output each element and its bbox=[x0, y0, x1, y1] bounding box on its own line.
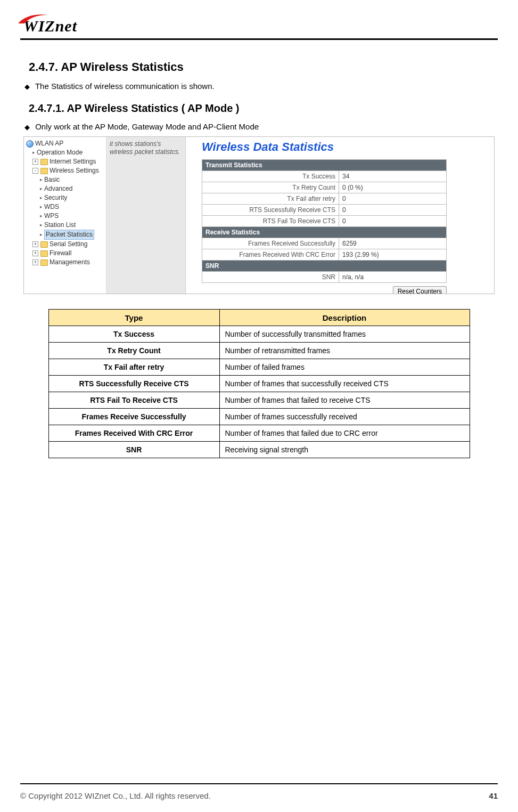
folder-icon bbox=[40, 241, 48, 248]
tree-item-station-list[interactable]: ▸ Station List bbox=[26, 221, 105, 230]
tree-label: Station List bbox=[44, 221, 76, 230]
desc-cell: Number of successfully transmitted frame… bbox=[219, 326, 470, 343]
tree-label: Wireless Settings bbox=[50, 166, 99, 175]
stat-label: RTS Sucessfully Receive CTS bbox=[202, 205, 339, 216]
folder-icon bbox=[40, 168, 48, 174]
collapse-icon[interactable]: - bbox=[32, 168, 38, 174]
copyright-text: © Copyright 2012 WIZnet Co., Ltd. All ri… bbox=[20, 791, 211, 800]
hint-panel: it shows stations's wireless packet stat… bbox=[106, 137, 186, 294]
table-row: RTS Successfully Receive CTS Number of f… bbox=[48, 376, 470, 392]
arrow-icon: ▸ bbox=[40, 202, 43, 212]
tree-item-wps[interactable]: ▸ WPS bbox=[26, 212, 105, 221]
type-cell: Tx Fail after retry bbox=[48, 359, 219, 376]
tree-item-managements[interactable]: + Managements bbox=[26, 258, 105, 267]
table-row: Frames Received Successfully 6259 bbox=[202, 238, 447, 249]
tree-label-selected: Packet Statistics bbox=[44, 230, 94, 240]
document-page: WIZnet 2.4.7. AP Wireless Statistics ◆ T… bbox=[0, 0, 518, 812]
type-cell: Frames Receive Successfully bbox=[48, 409, 219, 425]
stat-value: 34 bbox=[339, 171, 447, 182]
tree-item-firewall[interactable]: + Firewall bbox=[26, 249, 105, 258]
table-row: SNR n/a, n/a bbox=[202, 272, 447, 283]
stat-value: 0 (0 %) bbox=[339, 182, 447, 193]
tree-item-operation-mode[interactable]: ▸ Operation Mode bbox=[26, 148, 105, 157]
expand-icon[interactable]: + bbox=[32, 250, 38, 256]
stats-panel: Wireless Data Statistics Transmit Statis… bbox=[186, 137, 494, 294]
stat-value: 0 bbox=[339, 193, 447, 205]
tree-root[interactable]: WLAN AP bbox=[26, 139, 105, 148]
tree-item-security[interactable]: ▸ Security bbox=[26, 193, 105, 202]
col-description: Description bbox=[219, 310, 470, 326]
stat-value: 193 (2.99 %) bbox=[339, 249, 447, 261]
page-header: WIZnet bbox=[20, 5, 498, 35]
footer-rule bbox=[20, 783, 498, 784]
page-content: 2.4.7. AP Wireless Statistics ◆ The Stat… bbox=[20, 40, 498, 458]
table-row: RTS Sucessfully Receive CTS 0 bbox=[202, 205, 447, 216]
col-type: Type bbox=[48, 310, 219, 326]
stat-label: Tx Fail after retry bbox=[202, 193, 339, 205]
desc-cell: Number of failed frames bbox=[219, 359, 470, 376]
section-intro: ◆ The Statistics of wireless communicati… bbox=[24, 82, 495, 91]
tree-label: Advanced bbox=[44, 184, 72, 193]
stats-section-receive: Receive Statistics bbox=[202, 227, 447, 238]
tree-label: Firewall bbox=[50, 249, 71, 258]
table-header-row: Type Description bbox=[48, 310, 470, 326]
table-row: Tx Fail after retry Number of failed fra… bbox=[48, 359, 470, 376]
subsection-intro: ◆ Only work at the AP Mode, Gateway Mode… bbox=[24, 122, 495, 131]
stat-label: Tx Success bbox=[202, 171, 339, 182]
section-intro-text: The Statistics of wireless communication… bbox=[35, 82, 215, 91]
arrow-icon: ▸ bbox=[40, 212, 43, 221]
tree-item-packet-statistics[interactable]: ▸ Packet Statistics bbox=[26, 230, 105, 240]
desc-cell: Number of retransmitted frames bbox=[219, 343, 470, 359]
arrow-icon: ▸ bbox=[40, 221, 43, 230]
tree-item-serial-setting[interactable]: + Serial Setting bbox=[26, 240, 105, 249]
wiznet-logo: WIZnet bbox=[23, 17, 77, 35]
tree-item-wds[interactable]: ▸ WDS bbox=[26, 202, 105, 212]
stat-label: Frames Received With CRC Error bbox=[202, 249, 339, 261]
desc-cell: Number of frames that failed due to CRC … bbox=[219, 425, 470, 442]
stat-label: Tx Retry Count bbox=[202, 182, 339, 193]
tree-root-label: WLAN AP bbox=[35, 139, 63, 148]
stats-section-snr: SNR bbox=[202, 261, 447, 272]
section-heading: 2.4.7. AP Wireless Statistics bbox=[29, 60, 495, 74]
tree-item-advanced[interactable]: ▸ Advanced bbox=[26, 184, 105, 193]
folder-icon bbox=[40, 250, 48, 257]
stat-label: RTS Fail To Receive CTS bbox=[202, 216, 339, 227]
embedded-screenshot: WLAN AP ▸ Operation Mode + Internet Sett… bbox=[23, 136, 495, 294]
arrow-icon: ▸ bbox=[40, 175, 43, 184]
type-cell: RTS Successfully Receive CTS bbox=[48, 376, 219, 392]
desc-cell: Number of frames successfully received bbox=[219, 409, 470, 425]
expand-icon[interactable]: + bbox=[32, 259, 38, 265]
stat-value: 6259 bbox=[339, 238, 447, 249]
arrow-icon: ▸ bbox=[40, 193, 43, 202]
table-row: Frames Received With CRC Error Number of… bbox=[48, 425, 470, 442]
type-cell: Tx Success bbox=[48, 326, 219, 343]
expand-icon[interactable]: + bbox=[32, 241, 38, 247]
page-number: 41 bbox=[489, 791, 498, 800]
table-row: Tx Fail after retry 0 bbox=[202, 193, 447, 205]
tree-item-basic[interactable]: ▸ Basic bbox=[26, 175, 105, 184]
stats-table: Transmit Statistics Tx Success 34 Tx Ret… bbox=[202, 159, 447, 283]
arrow-icon: ▸ bbox=[32, 148, 35, 157]
table-row: Tx Retry Count Number of retransmitted f… bbox=[48, 343, 470, 359]
tree-label: Basic bbox=[44, 175, 60, 184]
tree-item-wireless-settings[interactable]: - Wireless Settings bbox=[26, 166, 105, 175]
reset-counters-button[interactable]: Reset Counters bbox=[393, 286, 447, 294]
arrow-icon: ▸ bbox=[40, 230, 43, 239]
expand-icon[interactable]: + bbox=[32, 159, 38, 165]
tree-label: Security bbox=[44, 193, 67, 202]
nav-tree: WLAN AP ▸ Operation Mode + Internet Sett… bbox=[24, 137, 106, 294]
stat-label: Frames Received Successfully bbox=[202, 238, 339, 249]
subsection-heading: 2.4.7.1. AP Wireless Statistics ( AP Mod… bbox=[29, 102, 495, 115]
tree-label: Internet Settings bbox=[50, 157, 96, 166]
stats-section-transmit: Transmit Statistics bbox=[202, 160, 447, 171]
table-row: SNR Receiving signal strength bbox=[48, 442, 470, 458]
table-row: Frames Receive Successfully Number of fr… bbox=[48, 409, 470, 425]
tree-label: Operation Mode bbox=[37, 148, 83, 157]
tree-label: Managements bbox=[50, 258, 90, 267]
stat-label: SNR bbox=[202, 272, 339, 283]
globe-icon bbox=[26, 140, 34, 148]
table-row: Tx Success 34 bbox=[202, 171, 447, 182]
stat-value: 0 bbox=[339, 205, 447, 216]
tree-item-internet-settings[interactable]: + Internet Settings bbox=[26, 157, 105, 166]
arrow-icon: ▸ bbox=[40, 184, 43, 193]
